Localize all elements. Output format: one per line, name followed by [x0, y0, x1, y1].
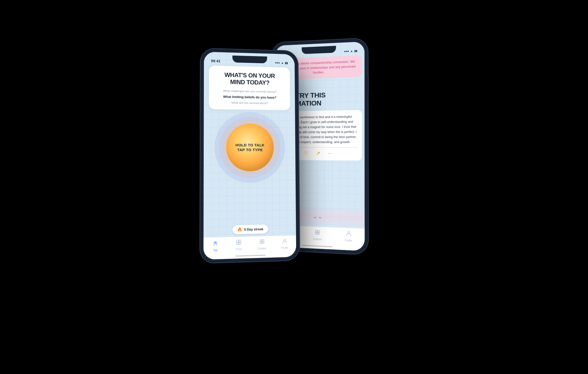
wifi-icon-back: ▲ [350, 49, 353, 52]
svg-point-9 [214, 241, 216, 243]
chevron-down-icon: ⌄⌄ [312, 213, 322, 220]
prompt-item-2[interactable]: What limiting beliefs do you have? [214, 94, 285, 100]
explore-icon-back [314, 229, 320, 237]
notch-front [232, 55, 267, 63]
prompt-item-3[interactable]: What are you worried about? [214, 100, 285, 106]
whats-on-mind-card[interactable]: WHAT'S ON YOURMIND TODAY? What challenge… [209, 65, 290, 110]
home-indicator-back [302, 245, 333, 247]
orb-container[interactable]: HOLD TO TALKTAP TO TYPE [214, 112, 285, 183]
talk-label: Talk [213, 249, 217, 252]
svg-rect-5 [318, 230, 319, 232]
power-button-front [298, 88, 299, 105]
streak-fire-icon: 🔥 [237, 227, 242, 232]
orb-label: HOLD TO TALKTAP TO TYPE [235, 142, 264, 152]
svg-rect-15 [262, 239, 264, 241]
svg-rect-13 [239, 242, 241, 244]
battery-icon-back: ▮▮ [354, 49, 357, 52]
nav-item-profile[interactable]: Profile [277, 238, 292, 249]
nav-item-talk[interactable]: Talk [207, 240, 223, 252]
volume-down-front [200, 111, 201, 126]
nav-item-profile-back[interactable]: Profile [341, 230, 356, 242]
share-action-icon[interactable]: ↗ [316, 150, 320, 156]
orb-text-container: HOLD TO TALKTAP TO TYPE [226, 123, 274, 171]
profile-label-back: Profile [345, 239, 352, 242]
prompt-list: What challenges are you currently facing… [214, 88, 285, 106]
phones-container: 09:41 ●●● ▲ ▮▮ ear that you desire compa… [181, 24, 407, 351]
streak-text: 5 Day streak [244, 227, 263, 231]
mute-button-front [200, 78, 201, 88]
wifi-icon-front: ▲ [281, 61, 284, 64]
talk-icon [212, 240, 218, 248]
svg-point-8 [347, 231, 349, 234]
like-action-icon[interactable]: ♡ [304, 150, 308, 156]
status-icons-front: ●●● ▲ ▮▮ [275, 61, 288, 64]
power-button-back [368, 76, 369, 93]
svg-rect-7 [318, 232, 319, 234]
volume-up-front [200, 92, 201, 107]
prompt-item-1[interactable]: What challenges are you currently facing… [214, 88, 285, 94]
svg-rect-16 [260, 242, 261, 244]
nav-item-explore[interactable]: Explore [254, 239, 269, 250]
explore-label-back: Explore [313, 237, 322, 241]
svg-rect-12 [236, 242, 238, 244]
streak-badge[interactable]: 🔥 5 Day streak [233, 224, 268, 234]
svg-rect-10 [236, 240, 238, 242]
svg-rect-14 [260, 240, 261, 241]
signal-icon-back: ●●● [344, 50, 349, 53]
battery-icon-front: ▮▮ [285, 61, 288, 64]
feed-icon [236, 239, 241, 246]
phone-front: 09:41 ●●● ▲ ▮▮ WHAT'S ON YOURMIND TODAY?… [200, 49, 299, 263]
signal-icon-front: ●●● [275, 61, 280, 64]
profile-icon [282, 238, 287, 245]
svg-rect-6 [315, 232, 317, 234]
explore-label: Explore [258, 247, 266, 250]
front-bottom-nav: Talk Feed [203, 235, 296, 260]
front-phone-screen: 09:41 ●●● ▲ ▮▮ WHAT'S ON YOURMIND TODAY?… [203, 52, 296, 260]
feed-label: Feed [236, 247, 242, 251]
front-screen-content: 09:41 ●●● ▲ ▮▮ WHAT'S ON YOURMIND TODAY?… [203, 52, 296, 260]
profile-label: Profile [281, 246, 288, 249]
explore-icon [259, 239, 264, 246]
home-indicator-front [235, 255, 265, 257]
svg-rect-17 [262, 242, 264, 243]
svg-rect-11 [239, 240, 241, 242]
nav-item-feed[interactable]: Feed [231, 239, 246, 251]
nav-item-explore-back[interactable]: Explore [310, 229, 325, 241]
svg-point-18 [284, 239, 286, 241]
status-time-front: 09:41 [211, 59, 220, 63]
profile-icon-back [346, 230, 351, 238]
notch-back [301, 46, 336, 54]
status-icons-back: ●●● ▲ ▮▮ [344, 49, 357, 53]
more-action-icon[interactable]: ··· [328, 150, 332, 156]
whats-on-mind-title: WHAT'S ON YOURMIND TODAY? [214, 71, 285, 86]
svg-rect-4 [315, 230, 317, 232]
